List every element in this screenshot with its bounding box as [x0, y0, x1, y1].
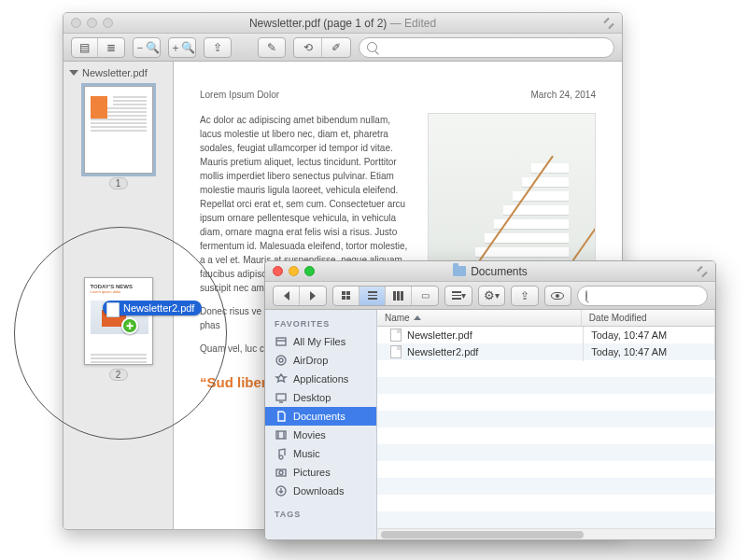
movies-icon	[275, 428, 288, 441]
doc-header-left: Lorem Ipsum Dolor	[200, 90, 279, 100]
scrollbar-thumb[interactable]	[381, 531, 584, 539]
sidebar-item-label: Pictures	[293, 467, 331, 478]
sidebar-item-music[interactable]: Music	[265, 444, 376, 463]
sidebar-item-label: Music	[293, 448, 320, 459]
view-thumbnails-button[interactable]: ▤	[72, 38, 98, 57]
thumbnail-number: 2	[109, 369, 128, 381]
documents-icon	[275, 410, 288, 423]
quicklook-button[interactable]	[544, 286, 571, 306]
window-controls[interactable]	[273, 266, 315, 276]
sidebar-item-label: Movies	[293, 429, 326, 441]
drag-file-label: Newsletter2.pdf	[123, 302, 194, 314]
fullscreen-icon[interactable]	[697, 266, 708, 277]
back-button[interactable]	[274, 287, 300, 305]
sidebar-item-label: All My Files	[293, 336, 345, 347]
column-view-button[interactable]	[386, 287, 412, 305]
svg-point-2	[279, 358, 283, 362]
sidebar-item-label: Applications	[293, 373, 348, 385]
file-row[interactable]: Newsletter.pdf Today, 10:47 AM	[377, 327, 715, 343]
horizontal-scrollbar[interactable]	[377, 528, 715, 539]
zoom-icon[interactable]	[304, 266, 315, 276]
nav-group[interactable]	[273, 286, 327, 306]
view-continuous-button[interactable]: ≣	[98, 38, 124, 57]
finder-sidebar[interactable]: FAVORITES All My Files AirDrop Applicati…	[265, 310, 377, 539]
airdrop-icon	[275, 354, 288, 367]
list-view-button[interactable]	[359, 287, 386, 305]
finder-search-input[interactable]	[591, 290, 716, 301]
svg-point-6	[279, 471, 283, 475]
sidebar-item-documents[interactable]: Documents	[265, 407, 376, 426]
doc-header-right: March 24, 2014	[531, 90, 597, 100]
sidebar-item-label: AirDrop	[293, 355, 328, 366]
svg-rect-3	[276, 394, 286, 400]
arrange-group[interactable]: ▾	[444, 286, 472, 306]
finder-toolbar: ▭ ▾ ⚙▾ ⇪	[265, 282, 715, 310]
close-icon[interactable]	[273, 266, 283, 276]
file-row[interactable]: Newsletter2.pdf Today, 10:47 AM	[377, 343, 715, 360]
sidebar-item-applications[interactable]: Applications	[265, 370, 376, 388]
close-icon[interactable]	[71, 18, 81, 28]
drag-file-badge[interactable]: Newsletter2.pdf	[103, 301, 202, 315]
drag-add-icon: +	[121, 317, 138, 334]
doc-image	[428, 113, 596, 281]
finder-title-text: Documents	[471, 265, 528, 278]
disclosure-triangle-icon[interactable]	[69, 70, 78, 76]
pictures-icon	[275, 466, 288, 479]
title-doc: Newsletter.pdf	[249, 17, 320, 30]
view-group[interactable]: ▭	[332, 286, 439, 306]
thumbnail-page-1[interactable]: 1	[84, 86, 153, 189]
sidebar-header[interactable]: Newsletter.pdf	[63, 67, 173, 82]
column-date-label: Date Modified	[589, 313, 647, 323]
preview-search-input[interactable]	[381, 42, 606, 53]
zoom-icon[interactable]	[103, 18, 113, 28]
downloads-icon	[275, 484, 288, 497]
file-name: Newsletter2.pdf	[407, 346, 478, 357]
column-date-modified[interactable]: Date Modified	[582, 310, 715, 326]
sort-ascending-icon	[414, 315, 421, 320]
preview-titlebar[interactable]: Newsletter.pdf (page 1 of 2) — Edited	[63, 13, 622, 34]
arrange-button[interactable]: ▾	[445, 287, 472, 305]
highlight-button[interactable]: ✎	[258, 37, 286, 58]
coverflow-view-button[interactable]: ▭	[412, 287, 438, 305]
column-name[interactable]: Name	[377, 310, 582, 326]
zoom-in-button[interactable]: ＋🔍	[168, 37, 196, 58]
window-controls[interactable]	[71, 18, 113, 28]
finder-file-list[interactable]: Name Date Modified Newsletter.pdf Today,…	[377, 310, 715, 539]
sidebar-item-airdrop[interactable]: AirDrop	[265, 351, 376, 370]
sidebar-item-desktop[interactable]: Desktop	[265, 388, 376, 407]
document-icon	[106, 302, 120, 317]
sidebar-item-downloads[interactable]: Downloads	[265, 482, 376, 500]
view-mode-group[interactable]: ▤ ≣	[71, 37, 125, 58]
share-button[interactable]: ⇪	[204, 37, 232, 58]
minimize-icon[interactable]	[289, 266, 299, 276]
zoom-out-button[interactable]: －🔍	[133, 37, 161, 58]
minimize-icon[interactable]	[87, 18, 97, 28]
preview-search[interactable]	[359, 37, 614, 58]
thumbnail-page-2[interactable]: TODAY'S NEWS Lorem ipsum dolor 2	[84, 277, 153, 381]
sidebar-item-label: Documents	[293, 411, 345, 422]
sidebar-item-pictures[interactable]: Pictures	[265, 463, 376, 482]
fullscreen-icon[interactable]	[603, 18, 614, 29]
annotate-group[interactable]: ⟲ ✐	[293, 37, 351, 58]
rotate-button[interactable]: ⟲	[294, 38, 322, 57]
sidebar-item-all-my-files[interactable]: All My Files	[265, 332, 376, 351]
column-name-label: Name	[385, 313, 410, 323]
finder-search[interactable]	[577, 286, 708, 306]
desktop-icon	[275, 391, 288, 404]
forward-button[interactable]	[300, 287, 326, 305]
thumb2-headline: TODAY'S NEWS	[85, 278, 152, 289]
sidebar-section-tags: TAGS	[265, 506, 376, 523]
finder-titlebar[interactable]: Documents	[265, 261, 715, 282]
share-button[interactable]: ⇪	[511, 286, 538, 306]
file-name: Newsletter.pdf	[407, 329, 472, 341]
sidebar-item-movies[interactable]: Movies	[265, 426, 376, 444]
svg-point-1	[276, 356, 286, 365]
document-icon	[390, 345, 402, 358]
markup-button[interactable]: ✐	[322, 38, 350, 57]
action-button[interactable]: ⚙▾	[478, 286, 505, 306]
svg-rect-0	[276, 338, 286, 345]
icon-view-button[interactable]	[333, 287, 359, 305]
music-icon	[275, 447, 288, 460]
thumbnail-sidebar[interactable]: Newsletter.pdf 1 TODAY'S NEWS Lorem ipsu…	[63, 62, 174, 529]
list-header[interactable]: Name Date Modified	[377, 310, 715, 327]
